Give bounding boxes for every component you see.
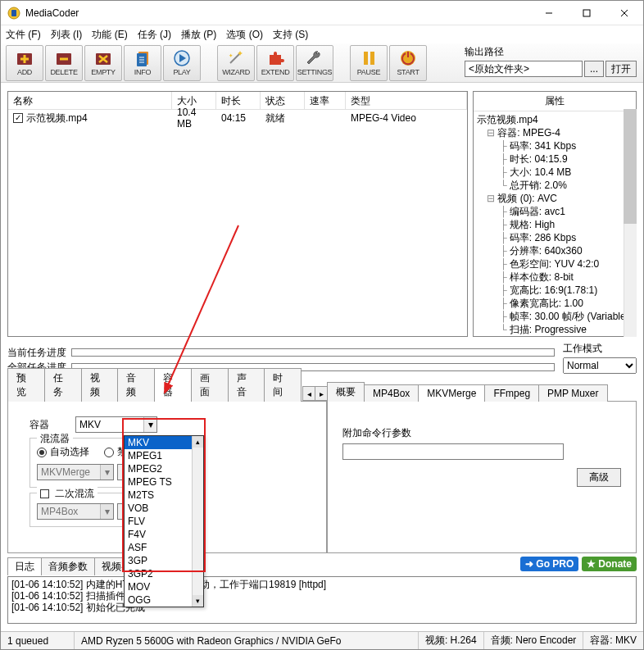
muxer-combo[interactable]: MKVMerge▾ <box>37 464 114 480</box>
menubar: 文件 (F) 列表 (I) 功能 (E) 任务 (J) 播放 (P) 选项 (O… <box>1 25 643 43</box>
menu-file[interactable]: 文件 (F) <box>6 28 41 42</box>
status-audio: 音频: Nero Encoder <box>484 632 584 649</box>
container-combo[interactable]: MKV ▾ <box>75 416 157 433</box>
tab-preview[interactable]: 预览 <box>7 368 45 402</box>
file-list-header: 名称 大小 时长 状态 速率 类型 <box>8 92 467 110</box>
go-pro-badge[interactable]: ➜Go PRO <box>520 557 578 571</box>
row-type: MPEG-4 Video <box>346 112 467 124</box>
status-queued: 1 queued <box>1 632 75 649</box>
tab-summary[interactable]: 概要 <box>327 382 365 402</box>
right-tab-row: 概要 MP4Box MKVMerge FFmpeg PMP Muxer <box>327 383 637 401</box>
properties-body[interactable]: 示范视频.mp4 ⊟ 容器: MPEG-4 ├ 码率: 341 Kbps ├ 时… <box>474 111 636 336</box>
current-progress-label: 当前任务进度 <box>7 346 66 360</box>
tab-time[interactable]: 时间 <box>264 368 302 402</box>
app-icon <box>7 7 20 20</box>
empty-button[interactable]: EMPTY <box>84 45 122 81</box>
tab-sound[interactable]: 声音 <box>228 368 265 402</box>
tab-scroll-right[interactable]: ▸ <box>315 386 328 401</box>
svg-line-16 <box>230 53 240 63</box>
wizard-button[interactable]: WIZARD <box>217 45 255 81</box>
wrench-icon <box>304 49 325 67</box>
col-duration[interactable]: 时长 <box>216 92 261 109</box>
minus-icon <box>53 49 75 67</box>
status-video: 视频: H.264 <box>419 632 484 649</box>
tab-task[interactable]: 任务 <box>44 368 82 402</box>
tab-mkvmerge[interactable]: MKVMerge <box>418 384 485 402</box>
left-tab-row: 预览 任务 视频 音频 容器 画面 声音 时间 ◂▸ <box>7 383 327 401</box>
extend-button[interactable]: EXTEND <box>256 45 294 81</box>
star-icon: ★ <box>587 558 596 570</box>
tab-log[interactable]: 日志 <box>7 557 42 575</box>
open-button[interactable]: 打开 <box>605 61 637 77</box>
delete-button[interactable]: DELETE <box>45 45 83 81</box>
log-box[interactable]: [01-06 14:10:52] 内建的HTTP服务器已经启动，工作于端口198… <box>7 576 637 624</box>
log-line: [01-06 14:10:52] 初始化已完成 <box>11 602 633 613</box>
col-rate[interactable]: 速率 <box>305 92 346 109</box>
start-button[interactable]: START <box>389 45 427 81</box>
row-duration: 04:15 <box>216 112 261 124</box>
menu-task[interactable]: 任务 (J) <box>138 28 171 42</box>
svg-rect-1 <box>11 10 16 16</box>
col-type[interactable]: 类型 <box>346 92 467 109</box>
wand-icon <box>225 49 247 67</box>
container-field-label: 容器 <box>29 418 66 432</box>
svg-rect-18 <box>370 52 374 65</box>
output-path-label: 输出路径 <box>465 45 637 59</box>
tab-video[interactable]: 视频 <box>81 368 119 402</box>
tab-audio[interactable]: 音频 <box>117 368 155 402</box>
tab-picture[interactable]: 画面 <box>191 368 229 402</box>
play-button[interactable]: PLAY <box>163 45 201 81</box>
status-cpu: AMD Ryzen 5 5600G with Radeon Graphics /… <box>75 632 419 649</box>
svg-rect-17 <box>364 52 368 65</box>
secondary-combo[interactable]: MP4Box▾ <box>37 503 114 520</box>
output-path-field[interactable]: <原始文件夹> <box>465 61 583 77</box>
extra-args-label: 附加命令行参数 <box>342 426 621 440</box>
current-progress-bar <box>71 348 555 357</box>
minimize-button[interactable] <box>530 1 568 25</box>
donate-badge[interactable]: ★Donate <box>582 557 637 571</box>
settings-button[interactable]: SETTINGS <box>296 45 333 81</box>
advanced-button[interactable]: 高级 <box>577 468 621 487</box>
auto-select-radio[interactable]: 自动选择 <box>37 445 89 459</box>
secondary-checkbox[interactable] <box>40 489 49 498</box>
puzzle-icon <box>265 49 286 67</box>
tab-container[interactable]: 容器 <box>154 368 192 402</box>
tab-audio-params[interactable]: 音频参数 <box>41 557 95 575</box>
menu-play[interactable]: 播放 (P) <box>181 28 216 42</box>
workmode-select[interactable]: Normal <box>563 357 637 374</box>
prop-filename: 示范视频.mp4 <box>477 113 633 126</box>
tab-scroll-left[interactable]: ◂ <box>302 386 315 401</box>
add-button[interactable]: ADD <box>6 45 43 81</box>
tab-ffmpeg[interactable]: FFmpeg <box>484 384 539 402</box>
menu-list[interactable]: 列表 (I) <box>51 28 83 42</box>
log-line: [01-06 14:10:52] 内建的HTTP服务器已经启动，工作于端口198… <box>11 579 633 590</box>
row-checkbox[interactable]: ✓ <box>13 113 23 123</box>
file-list[interactable]: 名称 大小 时长 状态 速率 类型 ✓示范视频.mp4 10.4 MB 04:1… <box>7 91 468 337</box>
arrow-icon: ➜ <box>525 558 533 570</box>
properties-header: 属性 <box>474 92 636 111</box>
extra-args-input[interactable] <box>342 443 564 460</box>
info-button[interactable]: INFO <box>124 45 161 81</box>
tab-mp4box[interactable]: MP4Box <box>364 384 419 402</box>
workmode-label: 工作模式 <box>563 342 637 356</box>
menu-func[interactable]: 功能 (E) <box>92 28 127 42</box>
svg-rect-3 <box>583 10 590 16</box>
file-row[interactable]: ✓示范视频.mp4 10.4 MB 04:15 就绪 MPEG-4 Video <box>8 110 467 126</box>
maximize-button[interactable] <box>568 1 605 25</box>
properties-panel: 属性 示范视频.mp4 ⊟ 容器: MPEG-4 ├ 码率: 341 Kbps … <box>473 91 637 337</box>
pause-button[interactable]: PAUSE <box>350 45 388 81</box>
container-dropdown-list[interactable]: MKV MPEG1 MPEG2 MPEG TS M2TS VOB FLV F4V… <box>124 435 204 607</box>
properties-scrollbar[interactable] <box>624 109 637 337</box>
dropdown-scrollbar[interactable]: ▴▾ <box>192 436 203 607</box>
col-name[interactable]: 名称 <box>8 92 172 109</box>
menu-support[interactable]: 支持 (S) <box>273 28 308 42</box>
mkvmerge-panel: 附加命令行参数 高级 <box>328 402 636 498</box>
menu-options[interactable]: 选项 (O) <box>226 28 263 42</box>
browse-button[interactable]: ... <box>584 61 604 77</box>
col-status[interactable]: 状态 <box>261 92 305 109</box>
clear-icon <box>93 49 114 67</box>
tab-pmpmuxer[interactable]: PMP Muxer <box>538 384 607 402</box>
close-button[interactable] <box>605 1 643 25</box>
chevron-down-icon: ▾ <box>143 417 156 432</box>
workmode-group: 工作模式 Normal <box>563 342 637 374</box>
